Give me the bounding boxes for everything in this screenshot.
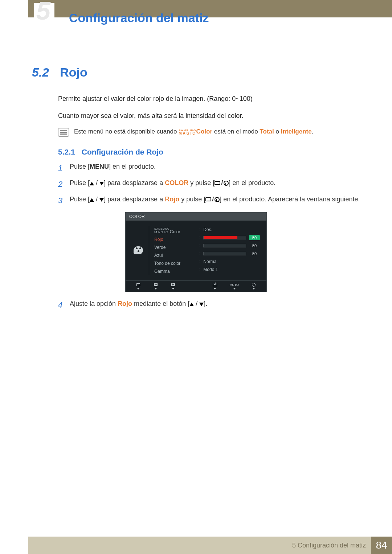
triangle-down-icon [213,288,216,290]
osd-auto-button: AUTO [230,283,239,290]
slider-rojo [203,236,246,239]
osd-row-gamma: : Modo 1 [199,266,260,274]
subsection-number: 5.2.1 [58,148,75,156]
slider-fill [204,236,237,239]
samsung-magic-brand: SAMSUNGMAGIC [179,129,196,135]
subsection-heading: 5.2.1 Configuración de Rojo [58,148,360,156]
menu-key: MENU [90,163,109,170]
section-number: 5.2 [32,65,49,79]
triangle-up-icon [90,198,94,202]
triangle-down-icon [99,182,104,185]
auto-label: AUTO [230,283,239,287]
triangle-up-icon [189,303,194,306]
osd-row-magic: : Des. [199,226,260,234]
enter-combo-icon: / [215,178,229,188]
note-text: Este menú no está disponible cuando SAMS… [74,128,313,135]
note: Este menú no está disponible cuando SAMS… [58,128,360,137]
osd-back-button [136,283,141,290]
chapter-title: Configuración del matiz [69,11,209,25]
note-mode1: Total [260,128,274,135]
osd-footer-left [136,283,176,290]
brand-bottom: MAGIC [179,132,196,135]
step-body: Ajuste la opción Rojo mediante el botón … [70,299,360,311]
plus-icon [171,283,175,286]
step-number: 2 [58,178,65,190]
section-paragraph-2: Cuanto mayor sea el valor, más alta será… [58,111,360,121]
note-end: . [312,128,314,135]
osd-side-icon-area [129,226,147,275]
osd-footer: AUTO [126,280,266,292]
colon: : [199,235,200,240]
step-body: Pulse [MENU] en el producto. [70,161,360,174]
step-text: Pulse [ [70,179,90,186]
minus-icon [154,283,158,286]
brand-suffix: Color [196,128,212,135]
osd-magic-color-label: SAMSUNG MAGIC Color [154,226,198,235]
step-3: 3 Pulse [ / ] para desplazarse a Rojo y … [58,194,360,207]
colon: : [199,227,200,232]
enter-icon [224,181,229,186]
rect-icon [205,197,211,201]
osd-value-verde: 50 [249,243,260,248]
footer-page-number: 84 [371,537,392,554]
step-text: ] en el producto. Aparecerá la ventana s… [220,196,360,203]
step-4: 4 Ajuste la opción Rojo mediante el botó… [58,299,360,311]
osd-screenshot: COLOR SAMSUNG MAGIC Color Rojo Verde Azu… [125,212,267,292]
triangle-down-icon [99,198,104,202]
osd-label-azul: Azul [154,251,198,259]
step-body: Pulse [ / ] para desplazarse a COLOR y p… [70,178,360,190]
footer-chapter-label: 5 Configuración del matiz [292,542,366,549]
step-2: 2 Pulse [ / ] para desplazarse a COLOR y… [58,178,360,190]
rect-icon [215,181,220,185]
step-text: ] en el producto. [229,179,275,186]
colon: : [199,267,200,272]
osd-value-tono: Normal [203,259,217,264]
osd-value-magic: Des. [203,227,212,232]
step-text: Pulse [ [70,196,90,203]
osd-values: : Des. : 50 : 50 : [199,226,260,275]
osd-enter-button [212,283,217,290]
step-text: Ajuste la opción [70,300,118,307]
step-target: Rojo [118,300,132,307]
osd-value-gamma: Modo 1 [203,267,218,272]
osd-plus-button [171,283,176,290]
osd-minus-button [153,283,158,290]
enter-combo-icon: / [205,194,220,205]
osd-footer-right: AUTO [212,283,256,290]
step-text: ]. [204,300,207,307]
section-title: Rojo [60,65,87,79]
triangle-down-icon [172,288,175,290]
step-target: Rojo [165,196,179,203]
step-text: ] para desplazarse a [104,196,165,203]
triangle-up-icon [90,182,94,185]
osd-title: COLOR [126,213,266,221]
colon: : [199,259,200,264]
colon: : [199,243,200,248]
slider-verde [203,244,246,247]
step-text: Pulse [ [70,163,90,170]
step-number: 4 [58,299,65,311]
step-text: ] para desplazarse a [104,179,165,186]
back-icon [136,283,140,286]
section-paragraph-1: Permite ajustar el valor del color rojo … [58,94,360,104]
step-text: mediante el botón [ [132,300,189,307]
osd-row-tono: : Normal [199,258,260,266]
note-mid: está en el modo [212,128,260,135]
triangle-down-icon [199,303,204,306]
steps-list: 1 Pulse [MENU] en el producto. 2 Pulse [… [58,161,360,207]
triangle-down-icon [233,288,236,290]
subsection-title: Configuración de Rojo [82,148,163,156]
colon: : [199,251,200,256]
step-target: COLOR [165,179,188,186]
step-1: 1 Pulse [MENU] en el producto. [58,161,360,174]
step-body: Pulse [ / ] para desplazarse a Rojo y pu… [70,194,360,207]
brand-bottom: MAGIC [154,230,169,234]
osd-label-verde: Verde [154,243,198,251]
step-text: y pulse [ [179,196,205,203]
note-icon [58,128,69,137]
osd-value-azul: 50 [249,251,260,256]
osd-power-button [251,283,256,290]
page-content: 5.2 Rojo Permite ajustar el valor del co… [32,65,360,315]
osd-labels: SAMSUNG MAGIC Color Rojo Verde Azul Tono… [149,226,198,275]
osd-label-gamma: Gamma [154,267,198,275]
